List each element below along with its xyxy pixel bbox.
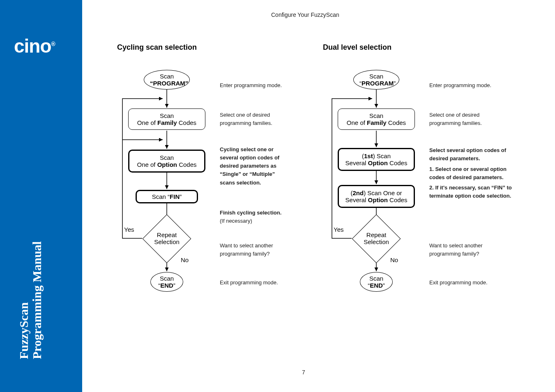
note-enter-programming: Enter programming mode. (429, 81, 516, 90)
note-cycling-option: Cycling select one or several option cod… (220, 145, 306, 187)
note-enter-programming: Enter programming mode. (220, 81, 306, 90)
yes-label: Yes (124, 226, 134, 233)
node-scan-family: Scan One of Family Codes (128, 108, 205, 130)
registered-icon: ® (51, 41, 55, 47)
sublabel: One of Family Codes (344, 119, 409, 126)
note-select-another: Want to select another programming famil… (220, 242, 306, 258)
section-title-dual: Dual level selection (323, 43, 391, 52)
note-finish-cycling: Finish cycling selection. (If necessary) (220, 209, 306, 225)
label: Scan (150, 73, 184, 80)
note-exit: Exit programming mode. (220, 279, 306, 287)
label: Scan (135, 154, 198, 161)
diamond-label: Repeat Selection (352, 232, 401, 245)
node-scan-option-2nd: (2nd) Scan One or Several Option Codes (338, 185, 415, 208)
section-title-cycling: Cycling scan selection (117, 43, 197, 52)
sublabel: Several Option Codes (345, 159, 408, 166)
note-select-family: Select one of desired programming famili… (220, 111, 306, 127)
sublabel: “PROGRAM” (359, 80, 393, 87)
node-scan-fin: Scan “FIN” (136, 190, 198, 203)
node-scan-end: Scan “END” (150, 272, 183, 292)
label: (2nd) Scan One or (345, 189, 408, 196)
side-title-line2: Programming Manual (30, 241, 44, 359)
diamond-label: Repeat Selection (142, 232, 191, 245)
sidebar: cino® FuzzyScan Programming Manual (0, 0, 82, 392)
node-scan-option-1st: (1st) Scan Several Option Codes (338, 148, 415, 171)
side-title-line1: FuzzyScan (17, 241, 30, 359)
node-scan-end: Scan “END” (360, 272, 393, 292)
note-select-family: Select one of desired programming famili… (429, 111, 516, 127)
brand-text: cino (14, 35, 51, 57)
no-label: No (181, 256, 189, 263)
sublabel: Several Option Codes (345, 196, 408, 203)
sublabel: “END” (366, 282, 387, 289)
brand-logo: cino® (14, 35, 55, 57)
page-header: Configure Your FuzzyScan (271, 12, 339, 18)
note-option-codes: Select several option codes of desired p… (429, 146, 516, 200)
node-scan-program: Scan “PROGRAM” (144, 70, 190, 90)
label: Scan (157, 275, 177, 282)
node-repeat-selection: Repeat Selection (142, 220, 191, 257)
label: Scan (134, 112, 199, 119)
node-repeat-selection: Repeat Selection (352, 220, 401, 257)
node-scan-family: Scan One of Family Codes (338, 108, 415, 130)
label-program: “PROGRAM” (150, 80, 184, 87)
note-exit: Exit programming mode. (429, 279, 516, 287)
sublabel: One of Family Codes (134, 119, 199, 126)
label: Scan (366, 275, 387, 282)
no-label: No (390, 256, 398, 263)
node-scan-program: Scan “PROGRAM” (353, 70, 399, 90)
page-number: 7 (302, 369, 305, 376)
label: (1st) Scan (345, 152, 408, 159)
sublabel: “END” (157, 282, 177, 289)
note-select-another: Want to select another programming famil… (429, 242, 516, 258)
side-title: FuzzyScan Programming Manual (17, 241, 43, 359)
sublabel: One of Option Codes (135, 161, 198, 168)
node-scan-option: Scan One of Option Codes (128, 150, 205, 173)
yes-label: Yes (334, 226, 343, 233)
label: Scan (359, 73, 393, 80)
label: Scan (344, 112, 409, 119)
